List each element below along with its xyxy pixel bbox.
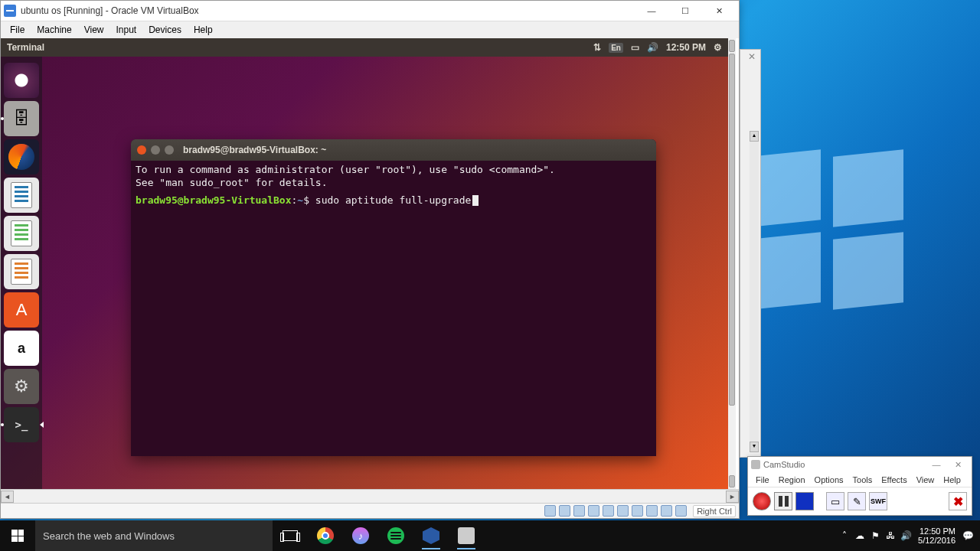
menu-view[interactable]: View [78, 23, 110, 37]
camstudio-titlebar[interactable]: CamStudio — ✕ [748, 457, 972, 472]
menu-options[interactable]: Options [810, 475, 848, 484]
status-network-icon[interactable] [588, 505, 599, 517]
taskbar-virtualbox[interactable] [413, 520, 449, 551]
launcher-ubuntu-software[interactable]: A [4, 292, 39, 328]
maximize-button[interactable]: ☐ [668, 2, 702, 19]
tray-onedrive-icon[interactable]: ☁ [852, 530, 867, 541]
impress-icon [11, 259, 32, 285]
host-key-indicator[interactable]: Right Ctrl [693, 505, 736, 517]
minimize-button[interactable]: — [926, 460, 947, 469]
menu-tools[interactable]: Tools [848, 475, 877, 484]
tray-volume-icon[interactable]: 🔊 [898, 530, 913, 541]
menu-devices[interactable]: Devices [142, 23, 188, 37]
launcher-system-settings[interactable]: ⚙ [4, 369, 39, 404]
terminal-maximize-button[interactable] [165, 145, 174, 155]
session-indicator-icon[interactable]: ⚙ [714, 42, 722, 53]
vm-horizontal-scrollbar[interactable]: ◄ ► [1, 489, 739, 503]
scroll-thumb[interactable] [729, 54, 735, 406]
camstudio-title: CamStudio [763, 460, 805, 469]
scroll-up-button[interactable]: ▴ [750, 131, 759, 142]
menu-input[interactable]: Input [110, 23, 143, 37]
cancel-button[interactable]: ✖ [949, 492, 967, 510]
command-input[interactable]: sudo aptitude full-upgrade [315, 194, 472, 206]
network-indicator-icon[interactable]: ⇅ [593, 42, 601, 53]
minimize-button[interactable]: — [635, 2, 668, 19]
tray-network-icon[interactable]: 🖧 [883, 530, 898, 541]
virtualbox-menubar: File Machine View Input Devices Help [1, 21, 739, 38]
menu-region[interactable]: Region [774, 475, 810, 484]
stop-button[interactable] [795, 492, 814, 510]
volume-indicator-icon[interactable]: 🔊 [647, 42, 658, 53]
fragment-close-icon[interactable]: ✕ [748, 51, 756, 62]
system-tray: ˄ ☁ ⚑ 🖧 🔊 12:50 PM 5/12/2016 💬 [837, 527, 980, 545]
taskbar-chrome[interactable] [308, 520, 343, 551]
terminal-titlebar[interactable]: bradw95@bradw95-VirtualBox: ~ [131, 139, 656, 161]
menu-help[interactable]: Help [188, 23, 219, 37]
scroll-left-button[interactable]: ◄ [1, 491, 14, 503]
tray-security-icon[interactable]: ⚑ [867, 530, 883, 541]
status-recording-icon[interactable] [646, 505, 658, 517]
taskbar-clock[interactable]: 12:50 PM 5/12/2016 [913, 527, 960, 545]
cursor [472, 195, 479, 206]
start-button[interactable] [0, 520, 35, 551]
cortana-search-box[interactable]: Search the web and Windows [35, 520, 273, 551]
menu-machine[interactable]: Machine [31, 23, 77, 37]
calc-icon [11, 220, 32, 246]
pause-button[interactable] [774, 492, 792, 510]
status-display-icon[interactable] [632, 505, 643, 517]
terminal-body[interactable]: To run a command as administrator (user … [131, 161, 656, 210]
taskbar-camstudio[interactable] [449, 520, 484, 551]
tray-overflow-button[interactable]: ˄ [837, 530, 852, 541]
prompt-user-host: bradw95@bradw95-VirtualBox [136, 194, 292, 206]
menu-help[interactable]: Help [939, 475, 965, 484]
battery-indicator-icon[interactable]: ▭ [631, 42, 639, 53]
scroll-right-button[interactable]: ► [726, 491, 739, 503]
launcher-files[interactable]: 🗄 [4, 101, 39, 136]
taskbar-itunes[interactable]: ♪ [343, 520, 378, 551]
fragment-scrollbar[interactable]: ▴ ▾ [750, 131, 759, 452]
windows-logo [750, 153, 903, 306]
launcher-amazon[interactable]: a [4, 331, 39, 366]
menu-file[interactable]: File [4, 23, 31, 37]
action-center-button[interactable]: 💬 [960, 530, 975, 541]
virtualbox-titlebar[interactable]: ubuntu os [Running] - Oracle VM VirtualB… [1, 1, 739, 21]
launcher-firefox[interactable] [4, 139, 39, 174]
scroll-down-button[interactable]: ▾ [750, 442, 759, 452]
software-icon: A [16, 300, 28, 320]
vm-display[interactable]: Terminal ⇅ En ▭ 🔊 12:50 PM ⚙ 🗄 A a ⚙ [1, 38, 739, 489]
launcher-libreoffice-writer[interactable] [4, 178, 39, 213]
prompt-symbol: $ [303, 194, 309, 206]
status-shared-folders-icon[interactable] [617, 505, 629, 517]
clock[interactable]: 12:50 PM [666, 42, 706, 53]
status-optical-icon[interactable] [559, 505, 570, 517]
terminal-prompt-line: bradw95@bradw95-VirtualBox:~$ sudo aptit… [136, 194, 652, 207]
windows-taskbar: Search the web and Windows ♪ ˄ ☁ ⚑ 🖧 🔊 1… [0, 520, 980, 551]
keyboard-layout-indicator[interactable]: En [609, 43, 623, 53]
launcher-libreoffice-impress[interactable] [4, 254, 39, 289]
terminal-close-button[interactable] [137, 145, 146, 155]
record-button[interactable] [753, 492, 771, 510]
vm-vertical-scrollbar[interactable] [728, 38, 736, 489]
terminal-minimize-button[interactable] [151, 145, 160, 155]
status-cpu-icon[interactable] [661, 505, 672, 517]
scroll-up-button[interactable] [729, 40, 735, 52]
launcher-dash[interactable] [4, 63, 39, 98]
launcher-libreoffice-calc[interactable] [4, 216, 39, 251]
swf-producer-button[interactable]: SWF [869, 492, 887, 510]
launcher-terminal[interactable] [4, 407, 39, 442]
taskbar-spotify[interactable] [378, 520, 413, 551]
status-audio-icon[interactable] [573, 505, 585, 517]
status-mouse-integration-icon[interactable] [675, 505, 687, 517]
toggle-view-button[interactable]: ▭ [826, 492, 844, 510]
status-hdd-icon[interactable] [544, 505, 556, 517]
close-button[interactable]: ✕ [702, 2, 736, 19]
status-usb-icon[interactable] [603, 505, 614, 517]
annotations-button[interactable]: ✎ [848, 492, 866, 510]
menu-file[interactable]: File [751, 475, 774, 484]
close-button[interactable]: ✕ [947, 460, 969, 470]
scroll-down-button[interactable] [729, 475, 735, 487]
task-view-button[interactable] [273, 520, 308, 551]
camstudio-taskbar-icon [458, 527, 475, 544]
menu-effects[interactable]: Effects [877, 475, 911, 484]
menu-view[interactable]: View [912, 475, 939, 484]
